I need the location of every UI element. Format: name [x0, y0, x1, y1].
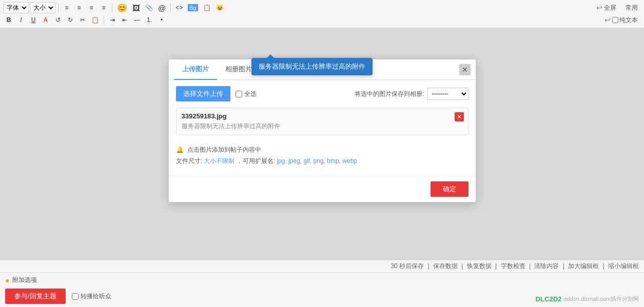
fullscreen-btn[interactable]: ↩ 全屏 — [593, 3, 619, 13]
plaintext-label: 纯文本 — [619, 16, 638, 25]
plaintext-check[interactable] — [612, 17, 618, 23]
select-all-checkbox[interactable] — [236, 91, 242, 97]
extra-btn1[interactable]: 📋 — [201, 2, 213, 13]
watermark: DLC2D2 addon.dismall.com插件分割网 — [536, 295, 639, 303]
ol-btn[interactable]: 1. — [144, 14, 155, 26]
font-color-btn[interactable]: A — [40, 14, 51, 26]
normal-btn[interactable]: 常用 — [622, 3, 641, 13]
editor-area[interactable]: 服务器限制无法上传辨率过高的附件 上传图片 相册图片 网络图片 — [0, 28, 644, 260]
extra-icon2: 😺 — [216, 4, 224, 11]
extra-btn2[interactable]: 😺 — [214, 2, 226, 13]
emoji-btn[interactable]: 😊 — [115, 2, 129, 13]
at-icon: @ — [158, 4, 166, 12]
select-file-btn[interactable]: 选择文件上传 — [176, 86, 230, 101]
save-data-link[interactable]: 保存数据 — [433, 262, 459, 270]
info-line2: 文件尺寸: 大小不限制 ，可用扩展名: jpg, jpeg, gif, png,… — [176, 156, 469, 167]
toolbar-separator-4 — [104, 15, 104, 25]
dialog-body: 选择文件上传 全选 将选中的图片保存到相册: -------- — [169, 80, 476, 176]
at-btn[interactable]: @ — [156, 2, 168, 13]
enlarge-link[interactable]: 加大编辑框 — [568, 262, 600, 270]
underline-btn[interactable]: U — [28, 14, 39, 26]
tooltip-box: 服务器限制无法上传辨率过高的附件 — [251, 58, 373, 75]
code-btn[interactable]: <> — [173, 2, 185, 13]
arrow-right-icon: ↩ — [604, 16, 611, 24]
clear-content-link[interactable]: 清除内容 — [534, 262, 560, 270]
plaintext-btn[interactable]: ↩ 纯文本 — [601, 15, 641, 26]
extra-icon1: 📋 — [203, 4, 211, 11]
file-error: 服务器限制无法上传辨率过高的附件 — [182, 122, 463, 131]
shrink-link[interactable]: 缩小编辑框 — [608, 262, 639, 270]
info-line1: 🔔 点击图片添加到帖子内容中 — [176, 145, 469, 156]
toolbar: 字体 大小 ≡ ≡ ≡ ≡ 😊 🖼 📎 — [0, 0, 644, 28]
toolbar-right-2: ↩ 纯文本 — [601, 15, 641, 26]
save-to-album-label: 将选中的图片保存到相册: — [355, 90, 424, 98]
info-section: 🔔 点击图片添加到帖子内容中 文件尺寸: 大小不限制 ，可用扩展名: jpg, … — [176, 139, 469, 170]
save-to-album: 将选中的图片保存到相册: -------- — [355, 88, 468, 100]
paste-btn[interactable]: 📋 — [89, 14, 101, 26]
bold-btn[interactable]: B — [3, 14, 14, 26]
tab-upload[interactable]: 上传图片 — [174, 59, 217, 80]
align-justify-btn[interactable]: ≡ — [98, 2, 109, 13]
watermark-text: addon.dismall.com插件分割网 — [563, 295, 639, 303]
dot-icon: ● — [5, 276, 9, 284]
word-count-link[interactable]: 字数检查 — [501, 262, 527, 270]
image-btn[interactable]: 🖼 — [130, 2, 142, 13]
size-select[interactable]: 大小 — [30, 2, 55, 13]
transfer-label[interactable]: 转播给听众 — [72, 292, 111, 301]
restore-data-link[interactable]: 恢复数据 — [467, 262, 493, 270]
align-center-btn[interactable]: ≡ — [73, 2, 85, 13]
redo-btn[interactable]: ↻ — [65, 14, 76, 26]
italic-btn[interactable]: I — [15, 14, 27, 26]
toolbar-separator-1 — [58, 3, 58, 12]
upload-dialog: 上传图片 相册图片 网络图片 ✕ — [168, 59, 476, 202]
attachment-icon: 📎 — [145, 4, 153, 11]
indent-btn[interactable]: ⇥ — [107, 14, 118, 26]
dialog-toolbar: 选择文件上传 全选 将选中的图片保存到相册: -------- — [176, 86, 469, 101]
additional-options-label: 附加选项 — [12, 276, 37, 284]
normal-label: 常用 — [626, 4, 638, 12]
cut-btn[interactable]: ✂ — [77, 14, 88, 26]
plaintext-checkbox[interactable]: 纯文本 — [612, 16, 638, 25]
dialog-close-btn[interactable]: ✕ — [459, 64, 471, 75]
file-name: 339259183.jpg — [182, 112, 463, 120]
additional-options-row: ● 附加选项 — [5, 276, 639, 284]
outdent-btn[interactable]: ⇤ — [119, 14, 130, 26]
align-left-btn[interactable]: ≡ — [61, 2, 72, 13]
undo-btn[interactable]: ↺ — [52, 14, 64, 26]
confirm-btn[interactable]: 确定 — [431, 181, 469, 197]
font-select[interactable]: 字体 — [3, 2, 29, 13]
ul-btn[interactable]: • — [156, 14, 167, 26]
toolbar-separator-2 — [112, 3, 112, 12]
align-right-btn[interactable]: ≡ — [86, 2, 97, 13]
toolbar-right: ↩ 全屏 常用 — [593, 3, 641, 13]
toolbar-separator-3 — [170, 3, 171, 12]
file-item: 339259183.jpg 服务器限制无法上传辨率过高的附件 ✕ — [176, 108, 469, 135]
select-all-label[interactable]: 全选 — [236, 90, 257, 98]
watermark-logo: DLC2D2 — [536, 295, 562, 303]
image-icon: 🖼 — [132, 4, 140, 12]
album-select[interactable]: -------- — [427, 88, 469, 100]
fullscreen-icon: ↩ — [596, 4, 602, 12]
file-remove-btn[interactable]: ✕ — [455, 112, 464, 121]
transfer-checkbox[interactable] — [72, 293, 79, 300]
bell-icon: 🔔 — [176, 146, 184, 153]
fullscreen-label: 全屏 — [604, 4, 616, 12]
attachment-btn[interactable]: 📎 — [143, 2, 155, 13]
status-bar: 30 秒后保存 | 保存数据 | 恢复数据 | 字数检查 | 清除内容 | 加大… — [0, 260, 644, 272]
extensions-text: jpg, jpeg, gif, png, bmp, webp — [277, 157, 357, 165]
size-limit-link[interactable]: 大小不限制 — [204, 157, 236, 165]
tooltip-text: 服务器限制无法上传辨率过高的附件 — [259, 63, 365, 70]
dialog-footer: 确定 — [169, 176, 476, 202]
hr-btn[interactable]: — — [131, 14, 143, 26]
bg-icon: Bg — [188, 4, 198, 11]
bg-btn[interactable]: Bg — [186, 2, 200, 13]
autosave-text: 30 秒后保存 — [391, 262, 424, 270]
submit-btn[interactable]: 参与/回复主题 — [5, 289, 66, 304]
